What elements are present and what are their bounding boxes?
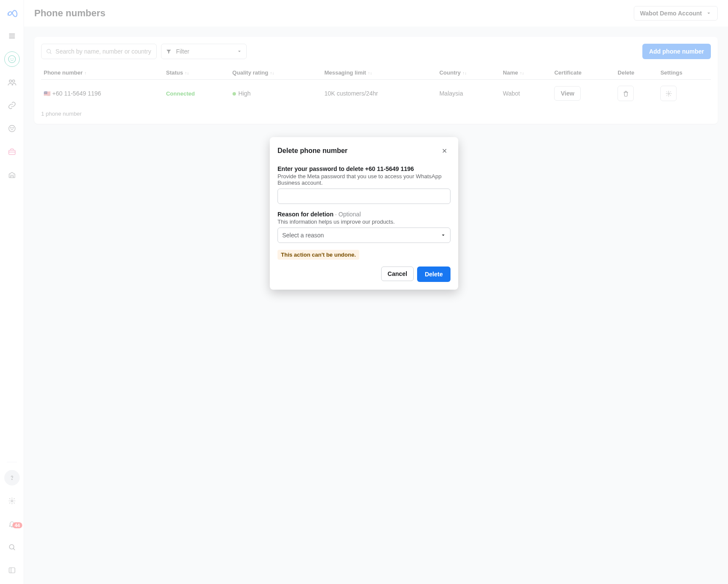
password-help: Provide the Meta password that you use t… bbox=[277, 173, 451, 186]
modal-overlay: Delete phone number Enter your password … bbox=[0, 0, 728, 584]
reason-label: Reason for deletion · Optional bbox=[277, 211, 451, 218]
modal-title: Delete phone number bbox=[277, 147, 348, 155]
password-input[interactable] bbox=[277, 189, 451, 204]
close-icon bbox=[441, 147, 448, 154]
reason-field-block: Reason for deletion · Optional This info… bbox=[277, 211, 451, 243]
password-label: Enter your password to delete +60 11-564… bbox=[277, 165, 451, 172]
optional-tag: · Optional bbox=[334, 211, 361, 218]
chevron-down-icon bbox=[441, 233, 446, 238]
delete-button[interactable]: Delete bbox=[417, 267, 451, 282]
modal-actions: Cancel Delete bbox=[277, 267, 451, 282]
warning-message: This action can't be undone. bbox=[277, 250, 359, 260]
cancel-button[interactable]: Cancel bbox=[381, 267, 414, 281]
reason-placeholder: Select a reason bbox=[282, 232, 324, 239]
reason-help: This information helps us improve our pr… bbox=[277, 219, 451, 225]
delete-phone-modal: Delete phone number Enter your password … bbox=[270, 137, 458, 290]
password-field-block: Enter your password to delete +60 11-564… bbox=[277, 165, 451, 204]
reason-select[interactable]: Select a reason bbox=[277, 228, 451, 243]
close-modal-button[interactable] bbox=[439, 145, 451, 157]
